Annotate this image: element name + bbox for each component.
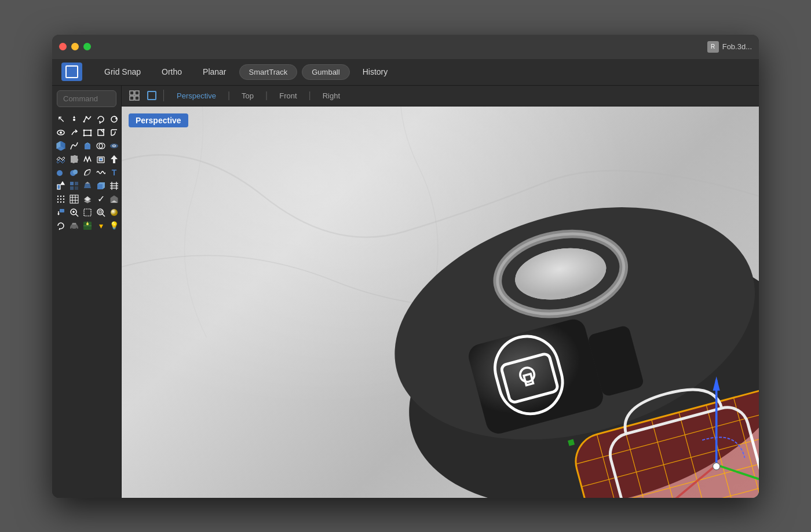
logo-button[interactable] — [61, 63, 82, 81]
viewport-grid-icon[interactable] — [126, 87, 143, 104]
smart-track-button[interactable]: SmartTrack — [239, 64, 298, 80]
gumball-button[interactable]: Gumball — [302, 64, 349, 80]
svg-point-60 — [63, 201, 64, 202]
tool-dots-grid[interactable] — [54, 193, 67, 206]
tool-zigzag[interactable] — [81, 153, 94, 166]
tool-arrow-mark[interactable] — [108, 153, 120, 166]
tool-flatten[interactable] — [81, 193, 94, 206]
svg-marker-43 — [84, 184, 91, 188]
main-area: ↖ — [52, 86, 759, 498]
svg-point-55 — [57, 198, 59, 199]
tool-grid-surface[interactable] — [54, 153, 67, 166]
svg-rect-42 — [75, 186, 78, 190]
svg-point-0 — [73, 119, 75, 121]
tool-zoom-window[interactable] — [94, 206, 107, 219]
tool-check[interactable]: ✓ — [94, 193, 107, 206]
svg-point-52 — [57, 195, 59, 196]
tool-mesh2[interactable] — [68, 193, 81, 206]
tool-move[interactable] — [54, 179, 67, 192]
tool-eye[interactable] — [54, 126, 67, 139]
viewport-tab-perspective[interactable]: Perspective — [167, 89, 225, 102]
tab-div-1: | — [228, 90, 230, 101]
traffic-lights — [59, 43, 91, 50]
tool-select[interactable]: ↖ — [54, 113, 67, 126]
viewport-tab-front[interactable]: Front — [270, 89, 306, 102]
tool-rotate-view[interactable] — [54, 219, 67, 232]
tool-wave[interactable] — [94, 166, 107, 179]
maximize-button[interactable] — [83, 43, 91, 50]
tool-rotate[interactable] — [94, 113, 107, 126]
tool-cube-corner[interactable] — [108, 193, 120, 206]
viewport-single-icon[interactable] — [144, 87, 160, 104]
svg-marker-1 — [73, 116, 75, 118]
left-panel: ↖ — [52, 86, 122, 498]
logo-icon — [65, 65, 78, 78]
tool-sphere-intersect[interactable] — [94, 140, 107, 152]
tool-zoom-in[interactable] — [68, 206, 81, 219]
tool-corner-arc[interactable] — [108, 126, 120, 139]
tool-box3d2[interactable] — [94, 179, 107, 192]
svg-point-57 — [63, 198, 64, 199]
tool-perspective-box[interactable] — [54, 140, 67, 152]
tool-align-grid[interactable] — [108, 179, 120, 192]
svg-point-83 — [76, 228, 78, 229]
svg-point-3 — [86, 116, 87, 118]
tool-blob1[interactable] — [54, 166, 67, 179]
svg-rect-89 — [135, 91, 139, 95]
tool-car[interactable] — [68, 219, 81, 232]
tool-unfold[interactable] — [81, 179, 94, 192]
tool-transform-pts[interactable] — [94, 126, 107, 139]
svg-marker-32 — [111, 155, 118, 163]
tool-rectangle-edit[interactable] — [81, 126, 94, 139]
planar-button[interactable]: Planar — [192, 65, 236, 79]
minimize-button[interactable] — [71, 43, 79, 50]
tool-sweep[interactable] — [81, 166, 94, 179]
tool-environment[interactable] — [81, 219, 94, 232]
svg-rect-36 — [57, 185, 60, 189]
tool-render-sphere[interactable] — [108, 206, 120, 219]
tool-text[interactable]: T — [108, 166, 120, 179]
tool-snap-move[interactable] — [54, 206, 67, 219]
viewport-tabs: Perspective | Top | Front | Right — [122, 86, 759, 107]
svg-point-53 — [60, 195, 61, 196]
tool-spin[interactable] — [108, 113, 120, 126]
svg-point-10 — [83, 134, 85, 136]
tool-curve-draw[interactable] — [81, 113, 94, 126]
svg-point-8 — [83, 129, 85, 131]
perspective-label: Perspective — [129, 113, 188, 127]
svg-point-128 — [713, 463, 720, 469]
tool-solid[interactable] — [81, 140, 94, 152]
svg-point-78 — [97, 209, 103, 215]
command-input[interactable] — [57, 90, 116, 107]
close-button[interactable] — [59, 43, 67, 50]
viewport-tab-top[interactable]: Top — [232, 89, 263, 102]
tool-marker-drop[interactable]: ▾ — [94, 219, 107, 232]
svg-point-14 — [103, 129, 105, 130]
svg-point-58 — [57, 201, 59, 202]
tool-dim[interactable] — [94, 153, 107, 166]
svg-point-81 — [111, 209, 118, 216]
svg-rect-92 — [148, 91, 156, 100]
grid-snap-button[interactable]: Grid Snap — [94, 65, 151, 79]
tool-mesh[interactable] — [68, 179, 81, 192]
history-button[interactable]: History — [352, 65, 399, 79]
svg-rect-88 — [130, 91, 134, 95]
tool-arrow-curve[interactable] — [68, 126, 81, 139]
viewport-scene — [122, 107, 759, 498]
tool-puzzle[interactable] — [68, 153, 81, 166]
ortho-button[interactable]: Ortho — [151, 65, 192, 79]
svg-rect-18 — [85, 144, 90, 149]
tool-select-region[interactable] — [81, 206, 94, 219]
svg-line-74 — [76, 214, 78, 217]
viewport-content[interactable]: Perspective — [122, 107, 759, 498]
svg-point-82 — [71, 228, 73, 229]
tool-point[interactable] — [68, 113, 81, 126]
tool-curve-sketch[interactable] — [68, 140, 81, 152]
tool-lightbulb[interactable]: 💡 — [108, 219, 120, 232]
title-bar-title: R Fob.3d... — [707, 41, 752, 53]
svg-rect-61 — [70, 195, 78, 203]
tool-blob2[interactable] — [68, 166, 81, 179]
tab-separator-1 — [163, 90, 164, 101]
tool-ring[interactable] — [108, 140, 120, 152]
viewport-tab-right[interactable]: Right — [313, 89, 349, 102]
